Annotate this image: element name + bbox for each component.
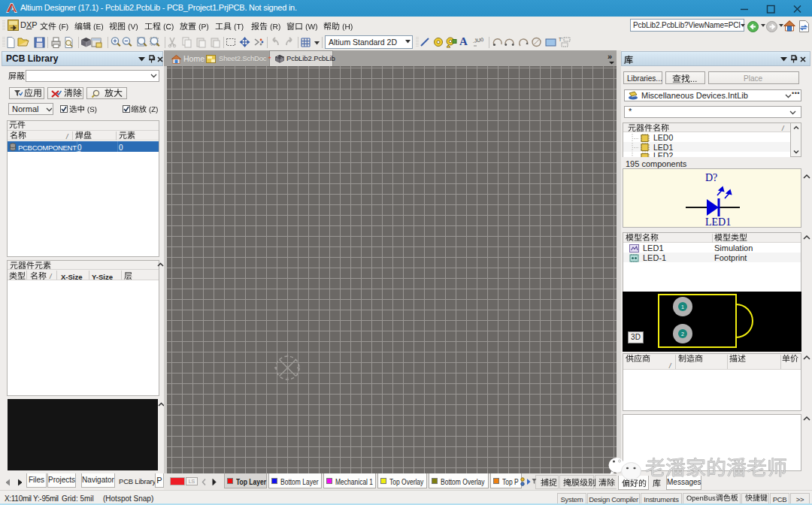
svg-text:.JU0: .JU0: [472, 37, 483, 44]
svg-text:T’: T’: [559, 37, 563, 42]
svg-text:1: 1: [681, 304, 684, 310]
svg-text:2: 2: [681, 331, 684, 337]
svg-text:»: »: [607, 53, 612, 61]
